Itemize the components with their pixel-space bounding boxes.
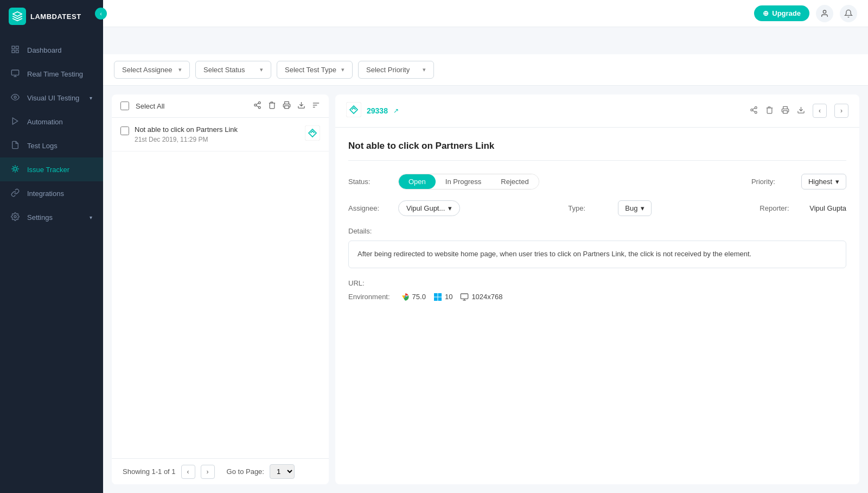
- upgrade-button[interactable]: ⊕ Upgrade: [754, 5, 809, 21]
- test-type-filter-label: Select Test Type: [285, 66, 336, 74]
- resolution: 1024x768: [471, 293, 502, 301]
- type-value: Bug: [625, 204, 637, 212]
- svg-point-14: [258, 106, 260, 109]
- assignee-type-row: Assignee: Vipul Gupt... ▾ Type: Bug ▾ Re…: [348, 200, 846, 216]
- play-icon: [11, 117, 21, 127]
- detail-share-icon[interactable]: [750, 106, 758, 116]
- sidebar-logo: LAMBDATEST: [0, 0, 103, 33]
- sidebar: LAMBDATEST ‹ Dashboard Real Time Testing: [0, 0, 103, 493]
- assignee-filter[interactable]: Select Assignee ▾: [114, 61, 190, 79]
- status-inprogress-button[interactable]: In Progress: [436, 174, 491, 189]
- svg-line-28: [752, 108, 755, 109]
- status-buttons: Open In Progress Rejected: [398, 174, 539, 189]
- svg-rect-3: [12, 50, 15, 53]
- assignee-select[interactable]: Vipul Gupt... ▾: [398, 200, 460, 216]
- priority-chevron-icon: ▾: [423, 66, 426, 73]
- detail-issue-title: Not able to click on Partners Link: [348, 141, 846, 161]
- upgrade-icon: ⊕: [763, 9, 769, 17]
- reporter-label: Reporter:: [760, 204, 803, 212]
- sidebar-item-realtime[interactable]: Real Time Testing: [0, 62, 103, 86]
- svg-rect-17: [285, 106, 289, 109]
- os-env: 10: [433, 293, 452, 301]
- chevron-down-icon-settings: ▾: [90, 214, 92, 220]
- logo-text: LAMBDATEST: [30, 12, 81, 21]
- share-icon[interactable]: [253, 101, 261, 111]
- svg-point-26: [755, 111, 757, 113]
- svg-point-12: [258, 102, 260, 104]
- screen-icon: [460, 293, 469, 301]
- item-checkbox[interactable]: [120, 127, 129, 135]
- list-item[interactable]: Not able to click on Partners Link 21st …: [112, 118, 329, 151]
- sort-icon[interactable]: [312, 101, 320, 111]
- detail-delete-icon[interactable]: [765, 106, 774, 116]
- environment-label: Environment:: [348, 293, 390, 301]
- detail-print-icon[interactable]: [781, 106, 789, 116]
- sidebar-item-label-automation: Automation: [27, 118, 92, 126]
- sidebar-item-integrations[interactable]: Integrations: [0, 181, 103, 205]
- detail-header: 29338 ↗: [335, 94, 859, 128]
- list-toolbar: Select All: [112, 94, 329, 118]
- resolution-env: 1024x768: [460, 293, 502, 301]
- priority-filter[interactable]: Select Priority ▾: [358, 61, 434, 79]
- user-avatar[interactable]: [816, 5, 833, 22]
- url-section: URL:: [348, 279, 846, 287]
- next-page-button[interactable]: ›: [201, 465, 215, 479]
- delete-icon[interactable]: [268, 101, 276, 111]
- environment-section: Environment: 75.0: [348, 293, 846, 301]
- status-filter[interactable]: Select Status ▾: [195, 61, 271, 79]
- priority-label: Priority:: [751, 178, 795, 186]
- svg-rect-1: [16, 46, 18, 49]
- sidebar-item-automation[interactable]: Automation: [0, 110, 103, 134]
- detail-id: 29338: [367, 106, 388, 115]
- status-open-button[interactable]: Open: [399, 174, 436, 189]
- sidebar-item-dashboard[interactable]: Dashboard: [0, 38, 103, 62]
- sidebar-item-label-test-logs: Test Logs: [27, 142, 92, 150]
- prev-page-button[interactable]: ‹: [181, 465, 195, 479]
- assignee-value: Vipul Gupt...: [406, 204, 445, 212]
- logo-icon: [9, 8, 26, 25]
- status-rejected-button[interactable]: Rejected: [491, 174, 538, 189]
- sidebar-toggle[interactable]: ‹: [95, 8, 107, 20]
- sidebar-item-label-integrations: Integrations: [27, 189, 92, 198]
- status-filter-label: Select Status: [203, 66, 245, 74]
- type-select[interactable]: Bug ▾: [618, 200, 652, 216]
- issue-list-items: Not able to click on Partners Link 21st …: [112, 118, 329, 458]
- select-all-label: Select All: [136, 102, 247, 110]
- sidebar-item-settings[interactable]: Settings ▾: [0, 205, 103, 229]
- svg-rect-35: [438, 297, 442, 301]
- item-title: Not able to click on Partners Link: [135, 125, 299, 134]
- priority-filter-label: Select Priority: [366, 66, 410, 74]
- svg-rect-22: [305, 125, 320, 141]
- svg-rect-29: [783, 111, 788, 113]
- bug-icon: [11, 165, 21, 174]
- assignee-label: Assignee:: [348, 204, 392, 212]
- status-chevron-icon: ▾: [260, 66, 263, 73]
- assignee-chevron-icon: ▾: [178, 66, 182, 73]
- select-all-checkbox[interactable]: [120, 102, 129, 110]
- notification-icon[interactable]: [840, 5, 857, 22]
- priority-select[interactable]: Highest ▾: [801, 174, 846, 189]
- toolbar-actions: [253, 101, 320, 111]
- print-icon[interactable]: [283, 101, 291, 111]
- detail-download-icon[interactable]: [797, 106, 805, 116]
- detail-prev-button[interactable]: ‹: [813, 104, 827, 118]
- sidebar-item-visual-ui[interactable]: Visual UI Testing ▾: [0, 86, 103, 110]
- chrome-icon: [401, 293, 410, 301]
- external-link-icon[interactable]: ↗: [393, 107, 399, 115]
- test-type-filter[interactable]: Select Test Type ▾: [277, 61, 353, 79]
- priority-chevron-icon: ▾: [835, 178, 839, 186]
- pagination: Showing 1-1 of 1 ‹ › Go to Page: 1: [112, 458, 329, 484]
- svg-point-25: [751, 109, 753, 111]
- page-select[interactable]: 1: [270, 464, 295, 479]
- monitor-icon: [11, 69, 21, 79]
- sidebar-item-test-logs[interactable]: Test Logs: [0, 134, 103, 157]
- svg-rect-4: [11, 70, 18, 75]
- details-section-label: Details:: [348, 227, 846, 235]
- sidebar-item-issue-tracker[interactable]: Issue Tracker: [0, 157, 103, 181]
- svg-line-16: [256, 103, 258, 104]
- browser-version: 75.0: [412, 293, 426, 301]
- detail-next-button[interactable]: ›: [834, 104, 848, 118]
- sidebar-item-label-visual: Visual UI Testing: [27, 94, 83, 102]
- download-icon[interactable]: [297, 101, 305, 111]
- svg-rect-34: [434, 297, 438, 301]
